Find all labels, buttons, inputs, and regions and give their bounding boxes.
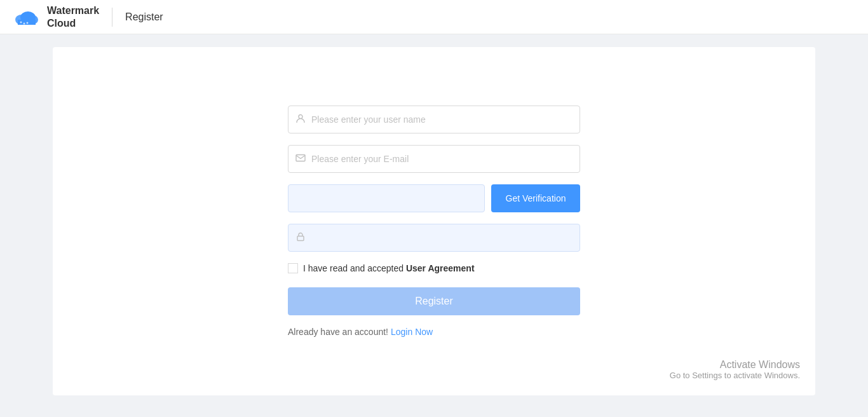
email-input[interactable] xyxy=(288,145,580,173)
header-divider xyxy=(112,8,112,27)
windows-notice: Activate Windows Go to Settings to activ… xyxy=(670,359,800,380)
logo-text: Watermark Cloud xyxy=(47,4,99,29)
agreement-row: I have read and accepted User Agreement xyxy=(288,263,580,273)
agreement-checkbox[interactable] xyxy=(288,263,298,273)
username-wrapper xyxy=(288,106,580,133)
password-input[interactable] xyxy=(288,224,580,252)
logo-area: Watermark Cloud xyxy=(13,3,99,31)
verification-code-input[interactable] xyxy=(288,184,485,212)
windows-notice-title: Activate Windows xyxy=(670,359,800,371)
login-now-link[interactable]: Login Now xyxy=(391,327,433,337)
lock-icon xyxy=(295,232,306,244)
email-icon xyxy=(295,153,306,165)
svg-point-6 xyxy=(27,22,29,24)
main-content: Get Verification I have read and accepte… xyxy=(0,34,868,417)
svg-rect-8 xyxy=(296,155,305,161)
svg-point-4 xyxy=(20,21,22,23)
header-page-title: Register xyxy=(125,11,163,23)
email-wrapper xyxy=(288,145,580,173)
get-verification-button[interactable]: Get Verification xyxy=(491,184,580,212)
already-account-text: Already have an account! xyxy=(288,327,388,337)
register-form: Get Verification I have read and accepte… xyxy=(288,106,580,337)
logo-icon xyxy=(13,3,41,31)
verification-row: Get Verification xyxy=(288,184,580,212)
password-wrapper xyxy=(288,224,580,252)
register-button[interactable]: Register xyxy=(288,287,580,315)
windows-notice-text: Go to Settings to activate Windows. xyxy=(670,371,800,380)
username-input[interactable] xyxy=(288,106,580,133)
svg-point-5 xyxy=(24,22,25,24)
user-icon xyxy=(295,114,306,126)
login-link-row: Already have an account! Login Now xyxy=(288,327,580,337)
agreement-text: I have read and accepted User Agreement xyxy=(303,263,475,273)
header: Watermark Cloud Register xyxy=(0,0,868,34)
svg-rect-9 xyxy=(297,236,304,241)
svg-point-7 xyxy=(299,115,302,119)
user-agreement-link[interactable]: User Agreement xyxy=(406,263,475,273)
register-card: Get Verification I have read and accepte… xyxy=(53,47,815,395)
